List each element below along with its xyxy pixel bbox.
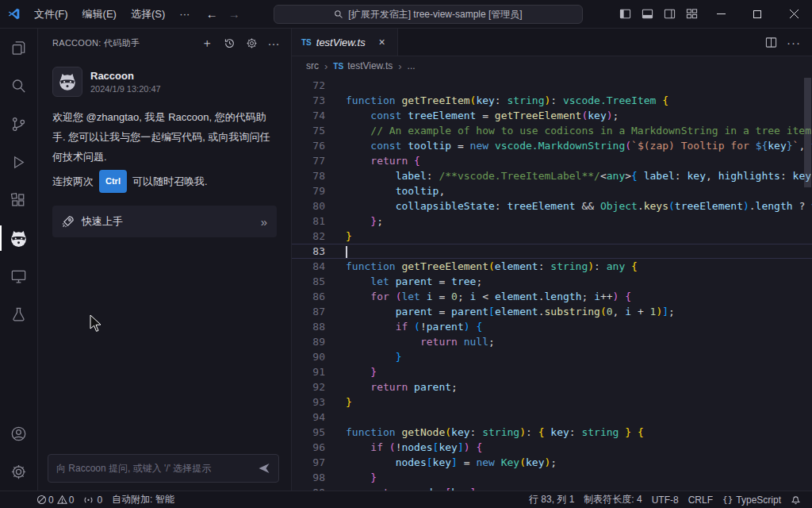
line-number: 73 — [292, 93, 346, 108]
minimize-button[interactable] — [703, 0, 739, 29]
history-icon[interactable] — [220, 33, 239, 52]
toggle-secondary-sidebar-icon[interactable] — [658, 0, 680, 29]
breadcrumb-folder[interactable]: src — [306, 60, 319, 71]
code-editor[interactable]: 7273function getTreeItem(key: string): v… — [292, 75, 812, 491]
code-line-87[interactable]: 87 parent = parent[element.substring(0, … — [292, 304, 812, 319]
menu-file[interactable]: 文件(F) — [27, 0, 75, 29]
activity-settings[interactable] — [0, 452, 38, 491]
code-line-82[interactable]: 82} — [292, 229, 812, 244]
warning-count: 0 — [69, 495, 75, 506]
sidebar-title: RACCOON: 代码助手 — [52, 37, 197, 49]
code-line-90[interactable]: 90 } — [292, 349, 812, 364]
chat-input[interactable]: 向 Raccoon 提问, 或键入 '/' 选择提示 — [48, 454, 279, 483]
close-button[interactable] — [776, 0, 812, 29]
activity-source-control[interactable] — [0, 105, 38, 143]
split-editor-icon[interactable] — [765, 37, 777, 48]
menu-edit[interactable]: 编辑(E) — [75, 0, 124, 29]
monitor-icon — [10, 267, 28, 286]
more-actions-icon[interactable]: ··· — [264, 33, 283, 52]
menu-selection[interactable]: 选择(S) — [124, 0, 172, 29]
activity-raccoon[interactable] — [0, 219, 38, 257]
nav-forward-icon[interactable]: → — [224, 4, 244, 25]
line-number: 87 — [292, 304, 346, 319]
code-line-89[interactable]: 89 return null; — [292, 334, 812, 349]
line-number: 83 — [292, 244, 346, 259]
problems-indicator[interactable]: 0 0 — [32, 491, 79, 508]
code-line-96[interactable]: 96 if (!nodes[key]) { — [292, 440, 812, 455]
maximize-button[interactable] — [739, 0, 776, 29]
activity-remote-explorer[interactable] — [0, 257, 38, 295]
code-line-77[interactable]: 77 return { — [292, 153, 812, 168]
code-line-84[interactable]: 84function getTreeElement(element: strin… — [292, 259, 812, 274]
code-line-73[interactable]: 73function getTreeItem(key: string): vsc… — [292, 93, 812, 108]
toggle-sidebar-icon[interactable] — [614, 0, 636, 29]
breadcrumb-symbol[interactable]: ... — [408, 60, 416, 71]
code-line-94[interactable]: 94 — [292, 410, 812, 425]
eol-setting[interactable]: CRLF — [684, 491, 718, 508]
code-line-91[interactable]: 91 } — [292, 364, 812, 379]
breadcrumb-file[interactable]: TS testView.ts — [333, 60, 393, 71]
more-actions-icon[interactable]: ··· — [787, 36, 801, 49]
nav-back-icon[interactable]: ← — [201, 4, 222, 25]
tab-close-icon[interactable]: × — [375, 35, 389, 49]
activity-search[interactable] — [0, 67, 38, 105]
tab-testview[interactable]: TS testView.ts × — [292, 29, 398, 56]
settings-icon[interactable] — [242, 33, 261, 52]
code-line-92[interactable]: 92 return parent; — [292, 379, 812, 394]
notifications-indicator[interactable] — [786, 491, 806, 508]
activity-explorer[interactable] — [0, 29, 38, 67]
account-icon — [10, 425, 28, 443]
scrollbar-thumb[interactable] — [804, 78, 811, 187]
send-icon[interactable] — [258, 462, 270, 475]
indentation-setting[interactable]: 制表符长度: 4 — [579, 491, 646, 508]
line-number: 86 — [292, 289, 346, 304]
code-line-83[interactable]: 83 — [292, 244, 812, 259]
cursor-position[interactable]: 行 83, 列 1 — [524, 491, 579, 508]
code-line-98[interactable]: 98 } — [292, 470, 812, 485]
line-number: 78 — [292, 168, 346, 183]
code-line-72[interactable]: 72 — [292, 78, 812, 93]
quick-start-button[interactable]: 快速上手 » — [52, 206, 277, 237]
command-center-search[interactable]: [扩展开发宿主] tree-view-sample [管理员] — [274, 5, 583, 24]
code-line-78[interactable]: 78 label: /**vscode.TreeItemLabel**/<any… — [292, 168, 812, 183]
code-line-81[interactable]: 81 }; — [292, 214, 812, 229]
activity-extensions[interactable] — [0, 181, 38, 219]
auto-attach-indicator[interactable]: 自动附加: 智能 — [107, 491, 179, 508]
code-line-95[interactable]: 95function getNode(key: string): { key: … — [292, 425, 812, 440]
bell-icon — [791, 495, 801, 505]
code-line-74[interactable]: 74 const treeElement = getTreeElement(ke… — [292, 108, 812, 123]
status-bar: 0 0 0 自动附加: 智能 行 83, 列 1 制表符长度: 4 UTF-8 … — [0, 491, 812, 508]
code-line-76[interactable]: 76 const tooltip = new vscode.MarkdownSt… — [292, 138, 812, 153]
code-line-80[interactable]: 80 collapsibleState: treeElement && Obje… — [292, 198, 812, 214]
code-line-88[interactable]: 88 if (!parent) { — [292, 319, 812, 334]
activity-run-debug[interactable] — [0, 143, 38, 181]
line-number: 91 — [292, 364, 346, 379]
window-title: [扩展开发宿主] tree-view-sample [管理员] — [348, 8, 522, 21]
text-cursor — [346, 246, 347, 258]
code-line-79[interactable]: 79 tooltip, — [292, 183, 812, 198]
menu-more[interactable]: ··· — [172, 0, 197, 29]
broadcast-icon — [83, 495, 94, 505]
activity-testing[interactable] — [0, 295, 38, 333]
new-chat-icon[interactable]: ＋ — [197, 33, 216, 52]
code-line-75[interactable]: 75 // An example of how to use codicons … — [292, 123, 812, 138]
code-line-93[interactable]: 93} — [292, 394, 812, 410]
raccoon-icon — [9, 229, 29, 248]
code-line-86[interactable]: 86 for (let i = 0; i < element.length; i… — [292, 289, 812, 304]
line-number: 97 — [292, 455, 346, 470]
breadcrumb: src › TS testView.ts › ... — [292, 56, 812, 75]
git-branch-icon — [10, 115, 28, 133]
line-number: 96 — [292, 440, 346, 455]
code-line-97[interactable]: 97 nodes[key] = new Key(key); — [292, 455, 812, 470]
braces-icon: {} — [722, 495, 733, 505]
code-line-85[interactable]: 85 let parent = tree; — [292, 274, 812, 289]
activity-accounts[interactable] — [0, 414, 38, 452]
ports-indicator[interactable]: 0 — [79, 491, 107, 508]
encoding-setting[interactable]: UTF-8 — [647, 491, 684, 508]
run-debug-icon — [10, 153, 28, 171]
ports-count: 0 — [97, 495, 102, 506]
code-line-99[interactable]: 99 return nodes[key]; — [292, 485, 812, 491]
customize-layout-icon[interactable] — [680, 0, 703, 29]
toggle-panel-icon[interactable] — [636, 0, 658, 29]
language-mode[interactable]: {} TypeScript — [718, 491, 786, 508]
